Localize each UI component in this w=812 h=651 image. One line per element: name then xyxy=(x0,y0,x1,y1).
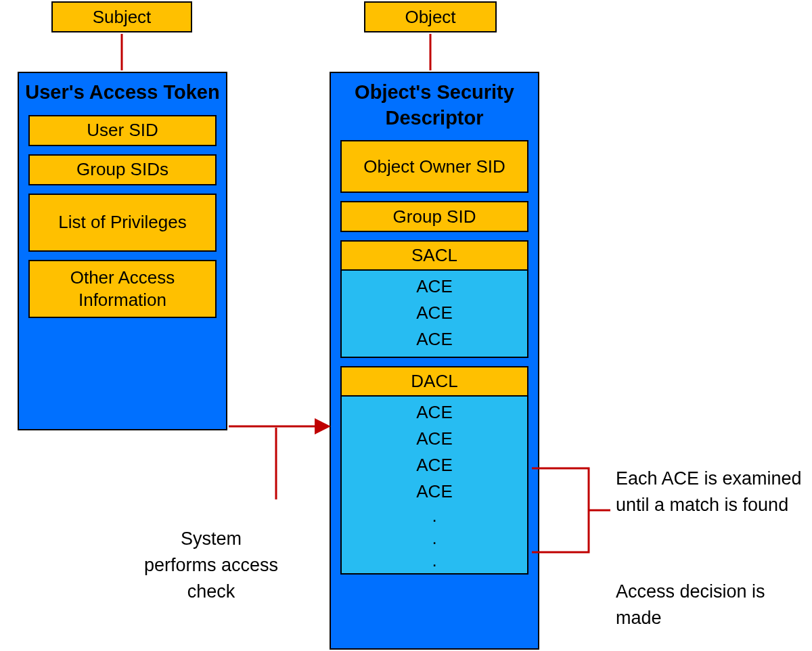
token-row-3: Other Access Information xyxy=(28,260,217,318)
access-check-text: System performs access check xyxy=(144,529,278,602)
token-row-3-text: Other Access Information xyxy=(32,267,212,311)
access-token-title: User's Access Token xyxy=(19,73,226,115)
token-row-1-text: Group SIDs xyxy=(76,158,168,181)
sacl-body: ACE ACE ACE xyxy=(340,271,528,358)
object-label: Object xyxy=(364,1,497,32)
dacl-dot-0: . xyxy=(342,505,527,527)
group-sid: Group SID xyxy=(340,201,528,232)
security-descriptor-panel: Object's Security Descriptor Object Owne… xyxy=(330,72,539,650)
each-ace-note: Each ACE is examined until a match is fo… xyxy=(616,466,805,518)
subject-text: Subject xyxy=(93,7,152,28)
decision-text: Access decision is made xyxy=(616,581,765,628)
subject-label: Subject xyxy=(51,1,192,32)
dacl-body: ACE ACE ACE ACE . . . xyxy=(340,397,528,575)
token-row-0: User SID xyxy=(28,115,217,146)
sacl-header: SACL xyxy=(340,240,528,271)
dacl-ace-0: ACE xyxy=(342,399,527,426)
sacl-ace-1: ACE xyxy=(342,300,527,326)
dacl-dot-2: . xyxy=(342,549,527,572)
decision-note: Access decision is made xyxy=(616,579,792,631)
dacl-group: DACL ACE ACE ACE ACE . . . xyxy=(340,366,528,575)
token-row-0-text: User SID xyxy=(87,119,158,141)
access-token-panel: User's Access Token User SID Group SIDs … xyxy=(18,72,227,430)
access-check-note: System performs access check xyxy=(143,499,279,606)
token-row-2-text: List of Privileges xyxy=(58,211,186,233)
dacl-ace-3: ACE xyxy=(342,478,527,505)
group-sid-text: Group SID xyxy=(393,206,476,228)
dacl-ace-2: ACE xyxy=(342,452,527,478)
dacl-dot-1: . xyxy=(342,527,527,549)
token-row-2: List of Privileges xyxy=(28,194,217,252)
sacl-ace-0: ACE xyxy=(342,273,527,300)
dacl-ace-1: ACE xyxy=(342,426,527,452)
sacl-ace-2: ACE xyxy=(342,326,527,353)
dacl-header: DACL xyxy=(340,366,528,397)
token-row-1: Group SIDs xyxy=(28,154,217,185)
owner-sid-text: Object Owner SID xyxy=(363,156,505,178)
descriptor-title: Object's Security Descriptor xyxy=(331,73,538,140)
owner-sid: Object Owner SID xyxy=(340,140,528,193)
sacl-group: SACL ACE ACE ACE xyxy=(340,240,528,358)
each-ace-text: Each ACE is examined until a match is fo… xyxy=(616,468,802,515)
object-text: Object xyxy=(405,7,455,28)
